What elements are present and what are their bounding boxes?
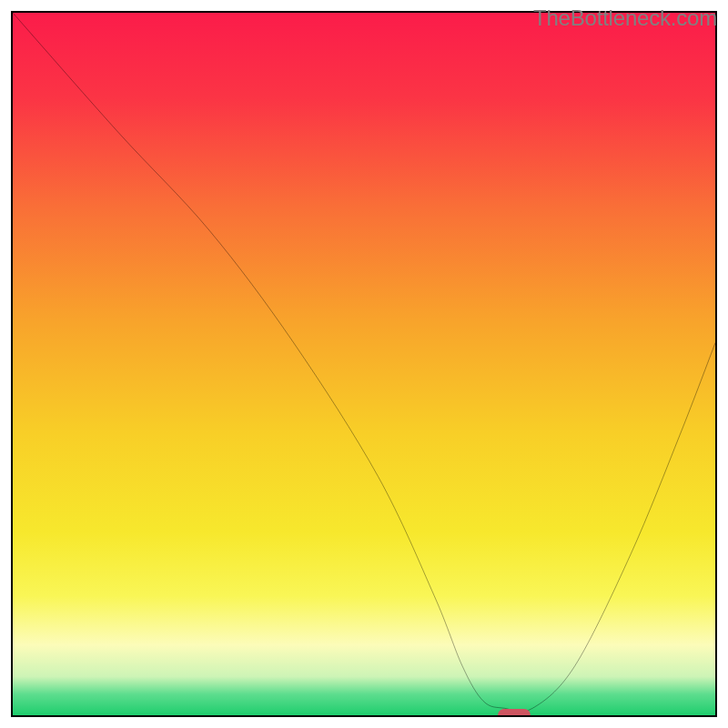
watermark-text: TheBottleneck.com xyxy=(533,5,717,31)
optimal-point-marker xyxy=(498,709,531,717)
bottleneck-curve xyxy=(13,13,715,715)
plot-area xyxy=(11,11,717,717)
chart-stage: TheBottleneck.com xyxy=(0,0,728,728)
